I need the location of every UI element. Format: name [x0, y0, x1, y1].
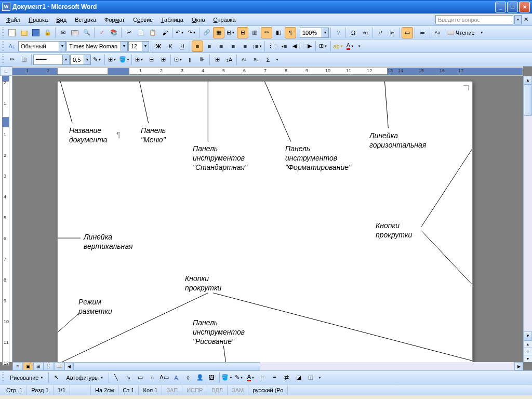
undo-button[interactable]: ↶▼ — [174, 27, 185, 38]
picture-button[interactable]: 🖼 — [206, 372, 218, 383]
format-painter-button[interactable]: 🖌 — [159, 27, 170, 38]
preview-button[interactable]: 🔍 — [81, 27, 92, 38]
dist-rows-button[interactable]: ⫿ — [184, 54, 196, 65]
split-button[interactable]: ⊞ — [157, 54, 169, 65]
menu-view[interactable]: Вид — [52, 15, 71, 24]
toolbar-grip[interactable] — [2, 41, 4, 51]
select-button[interactable]: ↖ — [50, 372, 62, 383]
super-button[interactable]: x² — [375, 27, 386, 38]
eraser-button[interactable]: ◫ — [18, 54, 30, 65]
document-page[interactable]: ¶ Название документа Панель "Меню" Панел… — [57, 81, 473, 362]
tables-borders-button[interactable]: ▦ — [213, 27, 224, 38]
sqrt-button[interactable]: √α — [360, 27, 371, 38]
status-rec[interactable]: ЗАП — [162, 385, 182, 395]
new-button[interactable] — [6, 27, 18, 38]
font-color2-button[interactable]: A▼ — [245, 372, 257, 383]
dist-cols-button[interactable]: ⊪ — [196, 54, 208, 65]
web-view-button[interactable]: ⊞ — [33, 362, 44, 370]
save-button[interactable] — [30, 27, 42, 38]
redo-button[interactable]: ↷▼ — [186, 27, 197, 38]
next-page-button[interactable]: ▼ — [524, 355, 532, 362]
align-center-button[interactable]: ≡ — [204, 41, 215, 52]
envelope-button[interactable]: ═ — [417, 27, 428, 38]
sort-desc-button[interactable]: Я↓ — [250, 54, 262, 65]
toolbar-grip[interactable] — [2, 28, 4, 38]
close-button[interactable]: ✕ — [519, 2, 530, 12]
insert-table2-button[interactable]: ⊞▼ — [134, 54, 145, 65]
indent-button[interactable]: ≡▶ — [302, 41, 314, 52]
status-ovr[interactable]: ЗАМ — [228, 385, 248, 395]
status-ext[interactable]: ВДЛ — [207, 385, 228, 395]
toolbar-options[interactable]: ▼ — [479, 27, 484, 38]
rect-button[interactable]: ▭ — [135, 372, 146, 383]
textbox-button[interactable]: A▭ — [158, 372, 170, 383]
autoshapes-button[interactable]: Автофигуры▼ — [62, 372, 107, 383]
sub-button[interactable]: x₂ — [387, 27, 398, 38]
menu-help[interactable]: Справка — [209, 15, 240, 24]
drawing-button[interactable]: ✏ — [261, 27, 272, 38]
ruler-corner[interactable]: ∟ — [0, 66, 12, 76]
line-style-combo[interactable]: ━━━▼ — [33, 55, 70, 65]
clipart-button[interactable]: 👤 — [194, 372, 206, 383]
help-button[interactable]: ? — [332, 27, 344, 38]
font-color-button[interactable]: A▼ — [344, 41, 356, 52]
bullets-button[interactable]: •≡ — [278, 41, 290, 52]
copy-button[interactable]: 📄 — [135, 27, 147, 38]
help-dropdown[interactable]: ▼ — [514, 15, 522, 24]
outdent-button[interactable]: ◀≡ — [290, 41, 302, 52]
align-cell-button[interactable]: ⊡▼ — [172, 54, 184, 65]
toolbar-options[interactable]: ▼ — [356, 41, 362, 52]
highlight-button[interactable]: ▭ — [402, 27, 413, 38]
insert-table-button[interactable]: ⊞▼ — [225, 27, 236, 38]
highlight-color-button[interactable]: ab▼ — [332, 41, 344, 52]
print-layout-view-button[interactable]: ▣ — [23, 362, 33, 370]
font-combo[interactable]: Times New Roman▼ — [66, 41, 128, 51]
omega-button[interactable]: Ω — [348, 27, 359, 38]
horizontal-ruler[interactable]: 121234567891011121314151617 — [12, 66, 523, 76]
menu-edit[interactable]: Правка — [24, 15, 52, 24]
draw-table-button[interactable]: ✏ — [6, 54, 18, 65]
paste-button[interactable]: 📋 — [147, 27, 158, 38]
line-button[interactable]: ╲ — [111, 372, 122, 383]
email-button[interactable]: ✉ — [57, 27, 69, 38]
excel-button[interactable]: ⊟ — [237, 27, 248, 38]
reading-view-button[interactable]: 📖 — [54, 362, 64, 370]
line-weight-combo[interactable]: 0,5▼ — [70, 55, 91, 65]
normal-view-button[interactable]: ≡ — [12, 362, 23, 370]
arrow-button[interactable]: ↘ — [123, 372, 134, 383]
borders-button[interactable]: ⊞▼ — [317, 41, 329, 52]
wordart-button[interactable]: A — [170, 372, 182, 383]
shadow-button[interactable]: ◪ — [293, 372, 304, 383]
autoformat-button[interactable]: ⊞ — [211, 54, 223, 65]
docmap-button[interactable]: ◧ — [273, 27, 284, 38]
outline-view-button[interactable]: ⋮ — [44, 362, 54, 370]
scroll-down-button[interactable]: ▼ — [524, 331, 532, 340]
outside-border-button[interactable]: ⊞▼ — [107, 54, 118, 65]
toolbar-options[interactable]: ▼ — [274, 54, 280, 65]
fill-color-button[interactable]: 🪣▼ — [221, 372, 233, 383]
align-left-button[interactable]: ≡ — [192, 41, 203, 52]
scroll-track[interactable] — [524, 85, 532, 331]
draw-menu-button[interactable]: Рисование▼ — [6, 372, 47, 383]
doc-close-button[interactable]: ✕ — [522, 14, 530, 25]
h-scroll-thumb[interactable] — [73, 362, 260, 370]
columns-button[interactable]: ▥ — [249, 27, 260, 38]
border-color-button[interactable]: ✎▼ — [91, 54, 103, 65]
prev-page-button[interactable]: ▲ — [524, 340, 532, 348]
h-scroll-track[interactable] — [73, 362, 514, 370]
justify-button[interactable]: ≡ — [228, 41, 239, 52]
size-combo[interactable]: 12▼ — [128, 41, 149, 51]
research-button[interactable]: 📚 — [108, 27, 119, 38]
cut-button[interactable]: ✂ — [123, 27, 135, 38]
print-button[interactable] — [69, 27, 81, 38]
sort-asc-button[interactable]: А↓ — [238, 54, 250, 65]
toolbar-grip[interactable] — [2, 373, 4, 383]
menu-insert[interactable]: Вставка — [71, 15, 100, 24]
shading-button[interactable]: 🪣▼ — [118, 54, 130, 65]
numbering-button[interactable]: ⋮≡ — [267, 41, 278, 52]
oval-button[interactable]: ○ — [147, 372, 158, 383]
changecase-button[interactable]: Aa — [432, 27, 443, 38]
style-combo[interactable]: Обычный▼ — [18, 41, 66, 51]
vertical-ruler[interactable]: 21123456789101112 — [0, 76, 12, 362]
status-trk[interactable]: ИСПР — [182, 385, 207, 395]
